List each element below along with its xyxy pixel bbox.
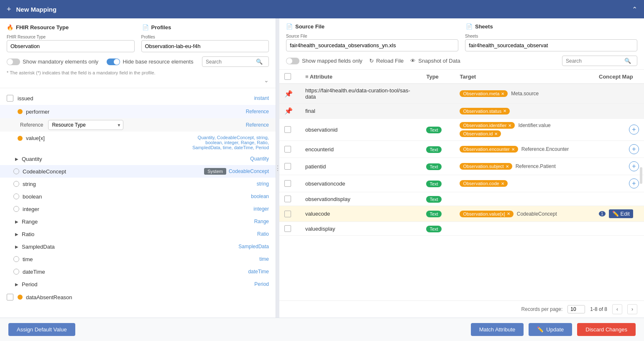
add-btn-3[interactable]: + [629,125,639,135]
range-expand[interactable]: ▶ [13,218,20,225]
integer-radio[interactable] [13,206,19,212]
attribute-cell-5: patientid [300,158,421,175]
toggle-mandatory[interactable] [7,59,20,65]
row4-checkbox[interactable] [284,146,291,153]
add-btn-4[interactable]: + [629,144,639,154]
dataabsent-checkbox[interactable] [7,294,13,300]
concept-map-cell-2 [594,104,644,119]
right-search-input[interactable] [566,58,624,64]
obs-id-tag[interactable]: Observation.id ✕ [460,130,501,137]
snapshot-btn[interactable]: 👁 Snapshot of Data [410,58,460,64]
obs-valuex-remove[interactable]: ✕ [507,211,510,216]
attribute-value-1: https://fair4health.eu/data-curation-too… [305,87,410,100]
row9-checkbox[interactable] [284,225,291,232]
left-search-box: 🔍 [202,56,269,67]
obs-identifier-remove[interactable]: ✕ [508,123,511,128]
obs-encounter-remove[interactable]: ✕ [511,147,515,152]
fhir-section-title: FHIR Resource Type [16,24,69,31]
fhir-icon: 🔥 [7,24,13,31]
concept-map-cell-3: + [594,119,644,141]
edit-concept-map-btn[interactable]: ✏️ Edit [609,209,633,218]
assign-default-value-button[interactable]: Assign Default Value [8,323,75,336]
obs-code-tag[interactable]: Observation.code ✕ [460,180,507,187]
target-text-4: Reference.Encounter [521,146,569,152]
toggle-base[interactable] [107,59,120,65]
concept-map-header-label: Concept Map [599,74,633,80]
datetime-radio[interactable] [13,269,19,275]
edit-badge: 1 [599,211,606,216]
row3-checkbox[interactable] [284,126,291,133]
codeable-field-name: CodeableConcept [23,168,204,175]
pagination-prev-btn[interactable]: ‹ [612,304,622,314]
profiles-select[interactable]: Observation-lab-eu-f4h [141,40,269,52]
attribute-value-2: final [305,108,315,114]
sheets-select[interactable]: fair4health_sourcedata_observat [465,39,637,51]
show-mapped-toggle[interactable] [286,58,299,64]
row5-checkbox[interactable] [284,163,291,170]
type-text-tag: Text [426,181,441,187]
period-expand[interactable]: ▶ [13,281,20,288]
issued-checkbox[interactable] [7,95,13,102]
sampleddata-expand[interactable]: ▶ [13,243,20,250]
left-search-input[interactable] [206,59,256,65]
concept-map-cell-9 [594,222,644,236]
obs-meta-tag[interactable]: Observation.meta ✕ [460,90,508,97]
table-row: observationcode Text Observation.code ✕ … [279,175,644,192]
type-cell-5: Text [421,158,455,175]
right-panel: 📄 Source File 📄 Sheets Source File fair4… [279,18,644,318]
attribute-header: ≡ Attribute [300,70,421,84]
obs-status-remove[interactable]: ✕ [503,109,506,113]
toggle-base-option[interactable]: Hide base resource elements [107,59,193,65]
reference-row: Reference Resource Type ▼ Reference [0,118,276,132]
time-radio[interactable] [13,256,19,262]
toggle-mandatory-option[interactable]: Show mandatory elements only [7,59,98,65]
reload-label: Reload File [376,58,404,64]
target-cell-4: Observation.encounter ✕ Reference.Encoun… [455,141,594,158]
add-btn-6[interactable]: + [629,178,639,188]
target-cell-2: Observation.status ✕ [455,104,594,119]
issued-field-name: issued [18,95,254,102]
ratio-expand[interactable]: ▶ [13,231,20,237]
obs-valuex-tag[interactable]: Observation.value[x] ✕ [460,211,513,217]
reload-file-btn[interactable]: ↻ Reload File [369,58,404,64]
range-type: Range [254,219,269,224]
match-attribute-button[interactable]: Match Attribute [471,323,524,336]
obs-code-remove[interactable]: ✕ [501,181,504,186]
performer-field-name: performer [26,109,246,115]
discard-changes-button[interactable]: Discard Changes [577,323,636,336]
obs-subject-remove[interactable]: ✕ [506,164,509,169]
list-item: ▶ Period Period [0,278,276,290]
reload-icon: ↻ [369,58,374,64]
add-btn-5[interactable]: + [629,161,639,171]
attribute-cell-3: observationid [300,119,421,141]
quantity-expand[interactable]: ▶ [13,155,20,162]
panel-divider[interactable]: ⋮ [276,18,279,318]
obs-meta-remove[interactable]: ✕ [501,92,504,96]
resource-type-select[interactable]: Resource Type [48,120,123,130]
obs-identifier-tag[interactable]: Observation.identifier ✕ [460,122,515,129]
tag-row-6: Observation.code ✕ [460,180,589,187]
select-all-checkbox[interactable] [284,73,291,80]
codeable-radio[interactable] [13,168,19,174]
show-mapped-option[interactable]: Show mapped fields only [286,58,363,64]
add-mapping-icon[interactable]: + [7,5,11,14]
obs-subject-tag[interactable]: Observation.subject ✕ [460,163,512,170]
collapse-fields-icon[interactable]: ⌄ [264,77,269,84]
source-file-select[interactable]: fair4health_sourcedata_observations_yn.x… [286,39,458,51]
records-per-page-select[interactable]: 10 25 50 [567,305,585,313]
row6-checkbox[interactable] [284,180,291,187]
pagination-next-btn[interactable]: › [627,304,637,314]
obs-status-tag[interactable]: Observation.status ✕ [460,108,510,115]
obs-encounter-tag[interactable]: Observation.encounter ✕ [460,146,518,153]
update-button[interactable]: ✏️ Update [529,323,572,336]
fhir-resource-type-select[interactable]: Observation [7,40,135,52]
pin-icon-2: 📌 [284,107,293,115]
string-radio[interactable] [13,181,19,187]
row7-checkbox[interactable] [284,196,291,202]
valuex-field-name: value[x] [26,135,192,141]
obs-id-remove[interactable]: ✕ [494,132,498,136]
collapse-icon[interactable]: ⌃ [632,5,637,13]
type-cell-2 [421,104,455,119]
boolean-radio[interactable] [13,193,19,199]
row8-checkbox[interactable] [284,211,291,217]
